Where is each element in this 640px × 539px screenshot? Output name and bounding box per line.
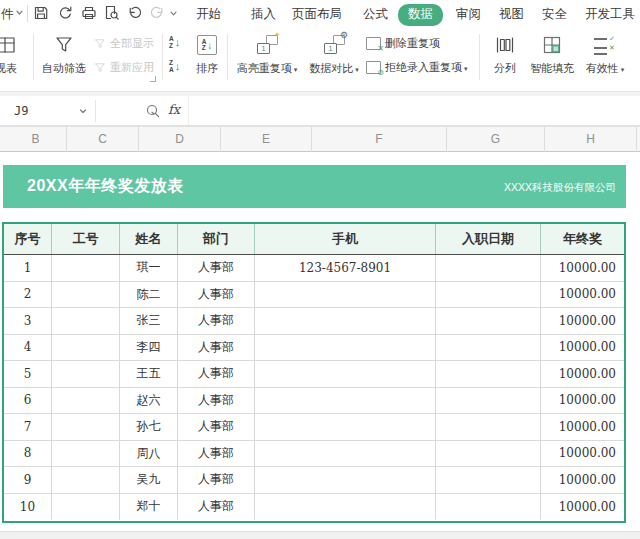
- highlight-duplicates-button[interactable]: 1✦ 高亮重复项▾: [232, 31, 302, 87]
- table-cell[interactable]: 5: [4, 361, 52, 387]
- table-cell[interactable]: 赵六: [120, 388, 178, 414]
- table-header-cell[interactable]: 入职日期: [436, 224, 541, 254]
- tab-data-active[interactable]: 数据: [398, 4, 443, 26]
- table-cell[interactable]: [255, 441, 436, 467]
- table-cell[interactable]: [255, 388, 436, 414]
- table-cell[interactable]: 10000.00: [541, 494, 624, 521]
- table-cell[interactable]: 人事部: [178, 388, 255, 414]
- print-preview-icon[interactable]: [104, 5, 120, 21]
- table-header-cell[interactable]: 手机: [255, 224, 436, 254]
- sheet-area[interactable]: 20XX年年终奖发放表 XXXX科技股份有限公司 序号工号姓名部门手机入职日期年…: [0, 152, 640, 531]
- table-header-cell[interactable]: 年终奖: [541, 224, 624, 254]
- table-cell[interactable]: 123-4567-8901: [255, 255, 436, 281]
- tab-view[interactable]: 视图: [499, 6, 524, 23]
- table-cell[interactable]: [255, 414, 436, 440]
- table-header-cell[interactable]: 部门: [178, 224, 255, 254]
- table-cell[interactable]: 10000.00: [541, 441, 624, 467]
- column-header-E[interactable]: E: [221, 127, 312, 152]
- filter-dialog-launcher[interactable]: [150, 76, 156, 82]
- table-cell[interactable]: [255, 282, 436, 308]
- table-cell[interactable]: [52, 335, 120, 361]
- table-cell[interactable]: [436, 467, 541, 493]
- table-cell[interactable]: 3: [4, 308, 52, 334]
- table-cell[interactable]: 10000.00: [541, 308, 624, 334]
- data-compare-button[interactable]: 1⚙ 数据对比▾: [306, 31, 362, 87]
- table-cell[interactable]: 人事部: [178, 335, 255, 361]
- print-icon[interactable]: [81, 5, 97, 21]
- table-cell[interactable]: 吴九: [120, 467, 178, 493]
- table-cell[interactable]: 陈二: [120, 282, 178, 308]
- text-to-columns-button[interactable]: 分列: [486, 31, 524, 87]
- table-cell[interactable]: 人事部: [178, 308, 255, 334]
- name-box-caret-icon[interactable]: [79, 109, 87, 114]
- sort-button[interactable]: AZ ↓ 排序: [190, 31, 224, 87]
- table-cell[interactable]: 10000.00: [541, 335, 624, 361]
- pivot-table-button[interactable]: 视表: [0, 31, 30, 87]
- column-header-G[interactable]: G: [447, 127, 545, 152]
- table-cell[interactable]: 10000.00: [541, 467, 624, 493]
- table-cell[interactable]: 10000.00: [541, 282, 624, 308]
- sheet-title-band[interactable]: 20XX年年终奖发放表 XXXX科技股份有限公司: [3, 165, 626, 208]
- tab-page-layout[interactable]: 页面布局: [292, 6, 342, 23]
- table-header-cell[interactable]: 序号: [4, 224, 52, 254]
- table-cell[interactable]: [255, 361, 436, 387]
- table-cell[interactable]: [52, 494, 120, 521]
- table-cell[interactable]: 王五: [120, 361, 178, 387]
- name-box[interactable]: J9: [0, 96, 95, 126]
- table-cell[interactable]: 7: [4, 414, 52, 440]
- smart-fill-button[interactable]: 智能填充: [526, 31, 578, 87]
- table-cell[interactable]: [436, 255, 541, 281]
- table-cell[interactable]: 人事部: [178, 282, 255, 308]
- magnifier-icon[interactable]: [145, 103, 161, 119]
- table-cell[interactable]: [436, 308, 541, 334]
- table-cell[interactable]: 10000.00: [541, 388, 624, 414]
- table-cell[interactable]: [436, 361, 541, 387]
- auto-filter-button[interactable]: 自动筛选: [36, 31, 92, 87]
- table-header-cell[interactable]: 工号: [52, 224, 120, 254]
- remove-duplicates-button[interactable]: ✕ 删除重复项: [366, 36, 440, 51]
- table-cell[interactable]: 人事部: [178, 441, 255, 467]
- file-menu-partial[interactable]: 件: [1, 6, 14, 23]
- table-cell[interactable]: 人事部: [178, 361, 255, 387]
- tab-review[interactable]: 审阅: [456, 6, 481, 23]
- column-header-D[interactable]: D: [139, 127, 221, 152]
- tab-home[interactable]: 开始: [196, 6, 221, 23]
- table-cell[interactable]: [436, 335, 541, 361]
- table-cell[interactable]: [52, 441, 120, 467]
- validation-button[interactable]: ✓ ✕ 有效性▾: [580, 31, 630, 87]
- table-cell[interactable]: [255, 494, 436, 521]
- table-cell[interactable]: [436, 414, 541, 440]
- undo-icon[interactable]: [127, 5, 143, 21]
- table-cell[interactable]: 1: [4, 255, 52, 281]
- table-cell[interactable]: [255, 467, 436, 493]
- table-header-cell[interactable]: 姓名: [120, 224, 178, 254]
- tab-insert[interactable]: 插入: [251, 6, 276, 23]
- table-cell[interactable]: 张三: [120, 308, 178, 334]
- table-cell[interactable]: 10000.00: [541, 255, 624, 281]
- insert-dropdown-list-button[interactable]: 插: [632, 31, 640, 87]
- sort-descending-button[interactable]: ZA ↓: [169, 59, 180, 74]
- redo-icon[interactable]: [149, 5, 165, 21]
- tab-formulas[interactable]: 公式: [363, 6, 388, 23]
- reject-duplicate-input-button[interactable]: ⊘ 拒绝录入重复项▾: [366, 60, 468, 75]
- tab-security[interactable]: 安全: [542, 6, 567, 23]
- table-cell[interactable]: 人事部: [178, 255, 255, 281]
- table-cell[interactable]: 李四: [120, 335, 178, 361]
- file-menu-caret-icon[interactable]: [15, 8, 24, 17]
- table-cell[interactable]: 10000.00: [541, 414, 624, 440]
- column-header-F[interactable]: F: [312, 127, 447, 152]
- table-cell[interactable]: 2: [4, 282, 52, 308]
- table-cell[interactable]: 8: [4, 441, 52, 467]
- fx-icon[interactable]: fx: [168, 102, 180, 117]
- table-cell[interactable]: [52, 282, 120, 308]
- table-cell[interactable]: [52, 255, 120, 281]
- table-cell[interactable]: 10: [4, 494, 52, 521]
- table-cell[interactable]: 人事部: [178, 494, 255, 521]
- table-cell[interactable]: 人事部: [178, 467, 255, 493]
- table-cell[interactable]: 孙七: [120, 414, 178, 440]
- column-header-C[interactable]: C: [67, 127, 139, 152]
- column-header-H[interactable]: H: [545, 127, 637, 152]
- tab-developer[interactable]: 开发工具: [585, 6, 635, 23]
- export-icon[interactable]: [57, 5, 73, 21]
- table-cell[interactable]: [436, 388, 541, 414]
